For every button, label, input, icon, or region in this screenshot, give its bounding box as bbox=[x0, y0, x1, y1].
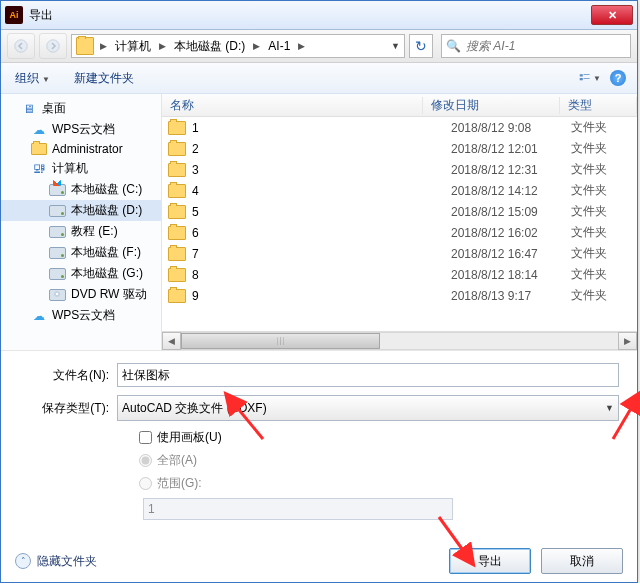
chevron-right-icon: ▶ bbox=[251, 41, 262, 51]
all-radio[interactable] bbox=[139, 454, 152, 467]
file-type: 文件夹 bbox=[571, 287, 631, 304]
folder-icon bbox=[168, 268, 186, 282]
list-row[interactable]: 72018/8/12 16:47文件夹 bbox=[162, 243, 637, 264]
form-area: 文件名(N): 保存类型(T): AutoCAD 交换文件 (*.DXF)▼ 使… bbox=[1, 350, 637, 526]
all-label: 全部(A) bbox=[157, 452, 197, 469]
tree-drive-f[interactable]: 本地磁盘 (F:) bbox=[1, 242, 161, 263]
search-icon: 🔍 bbox=[446, 39, 461, 53]
navbar: ▶ 计算机 ▶ 本地磁盘 (D:) ▶ AI-1 ▶ ▼ ↻ 🔍 bbox=[1, 30, 637, 63]
folder-icon bbox=[168, 163, 186, 177]
crumb-computer[interactable]: 计算机 bbox=[111, 36, 155, 57]
folder-icon bbox=[31, 143, 47, 155]
file-date: 2018/8/12 9:08 bbox=[451, 121, 571, 135]
folder-icon bbox=[168, 184, 186, 198]
breadcrumb[interactable]: ▶ 计算机 ▶ 本地磁盘 (D:) ▶ AI-1 ▶ ▼ bbox=[71, 34, 405, 58]
filename-label: 文件名(N): bbox=[19, 367, 117, 384]
file-type: 文件夹 bbox=[571, 266, 631, 283]
tree-dvd[interactable]: DVD RW 驱动 bbox=[1, 284, 161, 305]
drive-icon bbox=[49, 226, 66, 238]
export-button[interactable]: 导出 bbox=[449, 548, 531, 574]
file-name: 2 bbox=[192, 142, 451, 156]
tree-drive-e[interactable]: 教程 (E:) bbox=[1, 221, 161, 242]
file-name: 4 bbox=[192, 184, 451, 198]
filename-input[interactable] bbox=[117, 363, 619, 387]
use-artboard-checkbox[interactable] bbox=[139, 431, 152, 444]
list-row[interactable]: 22018/8/12 12:01文件夹 bbox=[162, 138, 637, 159]
svg-rect-4 bbox=[580, 78, 583, 80]
file-name: 8 bbox=[192, 268, 451, 282]
crumb-ai1[interactable]: AI-1 bbox=[264, 37, 294, 55]
col-date[interactable]: 修改日期 bbox=[423, 97, 560, 114]
close-button[interactable]: ✕ bbox=[591, 5, 633, 25]
tree-admin[interactable]: Administrator bbox=[1, 140, 161, 158]
file-type: 文件夹 bbox=[571, 245, 631, 262]
list-row[interactable]: 82018/8/12 18:14文件夹 bbox=[162, 264, 637, 285]
crumb-d[interactable]: 本地磁盘 (D:) bbox=[170, 36, 249, 57]
file-date: 2018/8/12 15:09 bbox=[451, 205, 571, 219]
range-label: 范围(G): bbox=[157, 475, 202, 492]
list-row[interactable]: 42018/8/12 14:12文件夹 bbox=[162, 180, 637, 201]
file-type: 文件夹 bbox=[571, 119, 631, 136]
tree-wps-cloud[interactable]: ☁WPS云文档 bbox=[1, 119, 161, 140]
chevron-down-icon[interactable]: ▼ bbox=[389, 41, 402, 51]
footer: ˄隐藏文件夹 导出 取消 bbox=[1, 540, 637, 582]
file-name: 6 bbox=[192, 226, 451, 240]
cancel-button[interactable]: 取消 bbox=[541, 548, 623, 574]
organize-menu[interactable]: 组织▼ bbox=[9, 68, 56, 89]
savetype-label: 保存类型(T): bbox=[19, 400, 117, 417]
forward-button[interactable] bbox=[39, 33, 67, 59]
list-row[interactable]: 12018/8/12 9:08文件夹 bbox=[162, 117, 637, 138]
svg-rect-3 bbox=[584, 74, 590, 75]
svg-rect-5 bbox=[584, 78, 590, 79]
search-input[interactable] bbox=[464, 38, 626, 54]
file-type: 文件夹 bbox=[571, 203, 631, 220]
list-row[interactable]: 52018/8/12 15:09文件夹 bbox=[162, 201, 637, 222]
tree-wps2[interactable]: ☁WPS云文档 bbox=[1, 305, 161, 326]
file-list: 名称 修改日期 类型 12018/8/12 9:08文件夹22018/8/12 … bbox=[162, 94, 637, 350]
file-date: 2018/8/12 18:14 bbox=[451, 268, 571, 282]
view-button[interactable]: ▼ bbox=[579, 68, 601, 88]
tree-drive-d[interactable]: 本地磁盘 (D:) bbox=[1, 200, 161, 221]
chevron-right-icon: ▶ bbox=[98, 41, 109, 51]
folder-icon bbox=[168, 205, 186, 219]
new-folder-button[interactable]: 新建文件夹 bbox=[68, 68, 140, 89]
hide-folders-link[interactable]: ˄隐藏文件夹 bbox=[15, 553, 97, 570]
h-scrollbar[interactable]: ◀ ▶ bbox=[162, 331, 637, 350]
file-name: 9 bbox=[192, 289, 451, 303]
cloud-icon: ☁ bbox=[31, 309, 47, 323]
drive-icon bbox=[49, 205, 66, 217]
scroll-right-button[interactable]: ▶ bbox=[618, 332, 637, 350]
col-name[interactable]: 名称 bbox=[162, 97, 423, 114]
toolbar: 组织▼ 新建文件夹 ▼ ? bbox=[1, 63, 637, 94]
file-date: 2018/8/12 12:01 bbox=[451, 142, 571, 156]
file-name: 3 bbox=[192, 163, 451, 177]
range-radio[interactable] bbox=[139, 477, 152, 490]
back-button[interactable] bbox=[7, 33, 35, 59]
tree-drive-g[interactable]: 本地磁盘 (G:) bbox=[1, 263, 161, 284]
list-row[interactable]: 92018/8/13 9:17文件夹 bbox=[162, 285, 637, 306]
folder-icon bbox=[168, 121, 186, 135]
tree-drive-c[interactable]: 本地磁盘 (C:) bbox=[1, 179, 161, 200]
scroll-thumb[interactable] bbox=[181, 333, 380, 349]
refresh-button[interactable]: ↻ bbox=[409, 34, 433, 58]
search-box[interactable]: 🔍 bbox=[441, 34, 631, 58]
file-name: 5 bbox=[192, 205, 451, 219]
scroll-left-button[interactable]: ◀ bbox=[162, 332, 181, 350]
scroll-track[interactable] bbox=[181, 332, 618, 350]
chevron-right-icon: ▶ bbox=[157, 41, 168, 51]
help-button[interactable]: ? bbox=[607, 68, 629, 88]
svg-point-1 bbox=[47, 40, 59, 52]
list-row[interactable]: 62018/8/12 16:02文件夹 bbox=[162, 222, 637, 243]
tree-desktop[interactable]: 🖥桌面 bbox=[1, 98, 161, 119]
drive-icon bbox=[49, 184, 66, 196]
file-type: 文件夹 bbox=[571, 182, 631, 199]
file-name: 7 bbox=[192, 247, 451, 261]
tree-computer[interactable]: 🖳计算机 bbox=[1, 158, 161, 179]
file-date: 2018/8/12 12:31 bbox=[451, 163, 571, 177]
savetype-select[interactable]: AutoCAD 交换文件 (*.DXF)▼ bbox=[117, 395, 619, 421]
file-name: 1 bbox=[192, 121, 451, 135]
col-type[interactable]: 类型 bbox=[560, 97, 637, 114]
svg-rect-2 bbox=[580, 74, 583, 76]
folder-icon bbox=[168, 247, 186, 261]
list-row[interactable]: 32018/8/12 12:31文件夹 bbox=[162, 159, 637, 180]
